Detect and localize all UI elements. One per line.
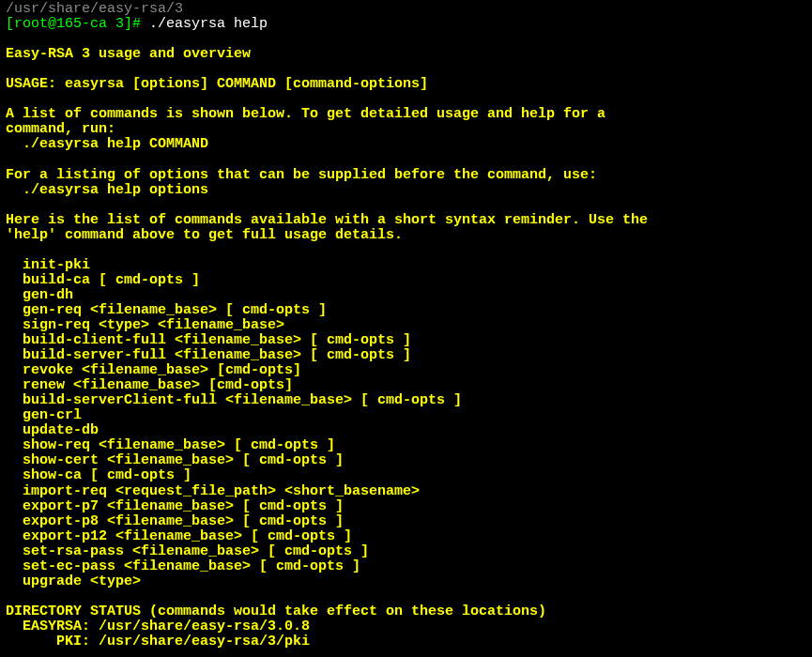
command-item: set-rsa-pass <filename_base> [ cmd-opts … xyxy=(6,544,806,559)
command-item: gen-crl xyxy=(6,408,806,423)
desc-line: ./easyrsa help options xyxy=(6,183,806,198)
dir-status-header: DIRECTORY STATUS (commands would take ef… xyxy=(6,604,806,619)
prompt-space xyxy=(141,16,149,32)
prompt-user-host: [root@165-ca 3] xyxy=(6,16,132,32)
command-item: export-p7 <filename_base> [ cmd-opts ] xyxy=(6,499,806,514)
blank-line xyxy=(6,32,806,47)
command-item: init-pki xyxy=(6,258,806,273)
dir-status-line: EASYRSA: /usr/share/easy-rsa/3.0.8 xyxy=(6,619,806,634)
truncated-path-line: /usr/share/easy-rsa/3 xyxy=(6,2,806,17)
desc-line: ./easyrsa help COMMAND xyxy=(6,137,806,152)
command-item: update-db xyxy=(6,423,806,438)
prompt-line[interactable]: [root@165-ca 3]# ./easyrsa help xyxy=(6,17,806,32)
command-item: show-req <filename_base> [ cmd-opts ] xyxy=(6,438,806,453)
command-item: export-p8 <filename_base> [ cmd-opts ] xyxy=(6,514,806,529)
desc-line: 'help' command above to get full usage d… xyxy=(6,228,806,243)
usage-line: USAGE: easyrsa [options] COMMAND [comman… xyxy=(6,77,806,92)
prompt-hash: # xyxy=(132,16,141,32)
command-item: build-client-full <filename_base> [ cmd-… xyxy=(6,333,806,348)
desc-line: For a listing of options that can be sup… xyxy=(6,168,806,183)
dir-status-line: PKI: /usr/share/easy-rsa/3/pki xyxy=(6,634,806,649)
blank-line xyxy=(6,92,806,107)
command-item: revoke <filename_base> [cmd-opts] xyxy=(6,363,806,378)
command-item: show-ca [ cmd-opts ] xyxy=(6,468,806,483)
command-item: renew <filename_base> [cmd-opts] xyxy=(6,378,806,393)
blank-line xyxy=(6,243,806,258)
command-item: gen-req <filename_base> [ cmd-opts ] xyxy=(6,303,806,318)
command-item: gen-dh xyxy=(6,288,806,303)
blank-line xyxy=(6,62,806,77)
desc-line: Here is the list of commands available w… xyxy=(6,213,806,228)
command-item: build-server-full <filename_base> [ cmd-… xyxy=(6,348,806,363)
command-item: set-ec-pass <filename_base> [ cmd-opts ] xyxy=(6,559,806,574)
command-item: build-ca [ cmd-opts ] xyxy=(6,273,806,288)
command-item: import-req <request_file_path> <short_ba… xyxy=(6,484,806,499)
command-item: export-p12 <filename_base> [ cmd-opts ] xyxy=(6,529,806,544)
blank-line xyxy=(6,589,806,604)
command-item: sign-req <type> <filename_base> xyxy=(6,318,806,333)
desc-line: A list of commands is shown below. To ge… xyxy=(6,107,806,122)
command-input[interactable]: ./easyrsa help xyxy=(149,16,268,32)
output-title: Easy-RSA 3 usage and overview xyxy=(6,47,806,62)
command-item: show-cert <filename_base> [ cmd-opts ] xyxy=(6,453,806,468)
command-item: build-serverClient-full <filename_base> … xyxy=(6,393,806,408)
desc-line: command, run: xyxy=(6,122,806,137)
command-item: upgrade <type> xyxy=(6,574,806,589)
blank-line xyxy=(6,198,806,213)
blank-line xyxy=(6,152,806,167)
